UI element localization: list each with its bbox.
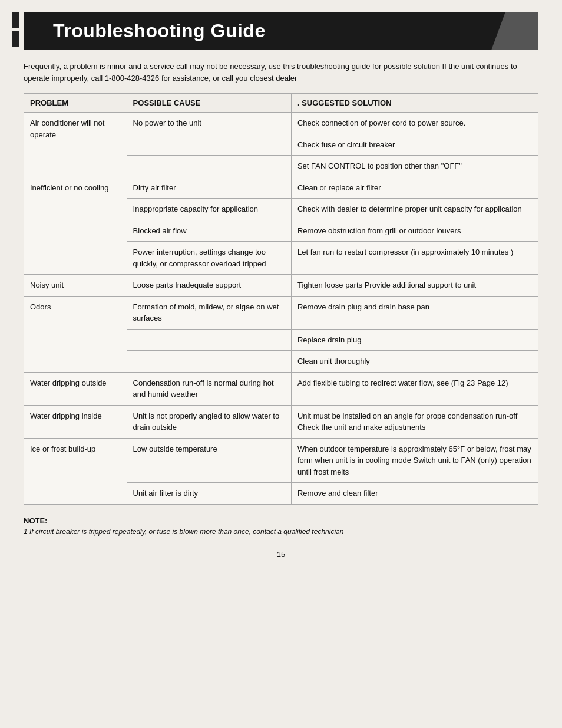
intro-text: Frequently, a problem is minor and a ser… bbox=[24, 61, 538, 84]
table-row: Ice or frost build-upLow outside tempera… bbox=[24, 438, 538, 483]
problem-cell: Noisy unit bbox=[24, 275, 127, 297]
table-row: Inefficient or no coolingDirty air filte… bbox=[24, 177, 538, 199]
problem-cell: Air conditioner will not operate bbox=[24, 113, 127, 177]
solution-cell: Let fan run to restart compressor (in ap… bbox=[291, 242, 538, 275]
table-row: Noisy unitLoose parts Inadequate support… bbox=[24, 275, 538, 297]
solution-cell: Clean unit thoroughly bbox=[291, 351, 538, 373]
troubleshooting-table: PROBLEM POSSIBLE CAUSE . SUGGESTED SOLUT… bbox=[24, 93, 538, 505]
cause-cell: Blocked air flow bbox=[127, 220, 291, 242]
cause-cell bbox=[127, 156, 291, 177]
cause-cell bbox=[127, 351, 291, 373]
solution-cell: Check with dealer to determine proper un… bbox=[291, 199, 538, 220]
problem-cell: Ice or frost build-up bbox=[24, 438, 127, 504]
cause-cell: Power interruption, settings change too … bbox=[127, 242, 291, 275]
bookmark bbox=[12, 12, 19, 47]
header-bar: Troubleshooting Guide bbox=[24, 12, 538, 50]
table-row: OdorsFormation of mold, mildew, or algae… bbox=[24, 296, 538, 329]
cause-cell bbox=[127, 329, 291, 351]
header-accent bbox=[491, 12, 538, 50]
solution-cell: Remove obstruction from grill or outdoor… bbox=[291, 220, 538, 242]
solution-cell: Clean or replace air filter bbox=[291, 177, 538, 199]
col-header-cause: POSSIBLE CAUSE bbox=[127, 94, 291, 113]
col-header-solution: . SUGGESTED SOLUTION bbox=[291, 94, 538, 113]
cause-cell: Inappropriate capacity for application bbox=[127, 199, 291, 220]
page-number: — 15 — bbox=[24, 550, 538, 559]
page-title: Troubleshooting Guide bbox=[53, 20, 524, 42]
problem-cell: Water dripping outside bbox=[24, 372, 127, 405]
bookmark-tab-2 bbox=[12, 31, 19, 47]
cause-cell: Formation of mold, mildew, or algae on w… bbox=[127, 296, 291, 329]
solution-cell: Remove drain plug and drain base pan bbox=[291, 296, 538, 329]
solution-cell: Check fuse or circuit breaker bbox=[291, 134, 538, 156]
solution-cell: Set FAN CONTROL to position other than "… bbox=[291, 156, 538, 177]
problem-cell: Odors bbox=[24, 296, 127, 372]
solution-cell: Remove and clean filter bbox=[291, 483, 538, 505]
solution-cell: Add flexible tubing to redirect water fl… bbox=[291, 372, 538, 405]
cause-cell: Dirty air filter bbox=[127, 177, 291, 199]
problem-cell: Inefficient or no cooling bbox=[24, 177, 127, 275]
problem-cell: Water dripping inside bbox=[24, 405, 127, 438]
solution-cell: Check connection of power cord to power … bbox=[291, 113, 538, 134]
cause-cell: Unit air filter is dirty bbox=[127, 483, 291, 505]
cause-cell: Condensation run-off is normal during ho… bbox=[127, 372, 291, 405]
col-header-problem: PROBLEM bbox=[24, 94, 127, 113]
solution-cell: Unit must be installed on an angle for p… bbox=[291, 405, 538, 438]
solution-cell: Replace drain plug bbox=[291, 329, 538, 351]
cause-cell: Loose parts Inadequate support bbox=[127, 275, 291, 297]
cause-cell: No power to the unit bbox=[127, 113, 291, 134]
table-header-row: PROBLEM POSSIBLE CAUSE . SUGGESTED SOLUT… bbox=[24, 94, 538, 113]
table-row: Water dripping insideUnit is not properl… bbox=[24, 405, 538, 438]
note-section: NOTE: 1 If circuit breaker is tripped re… bbox=[24, 516, 538, 536]
bookmark-tab-1 bbox=[12, 12, 19, 28]
table-row: Air conditioner will not operateNo power… bbox=[24, 113, 538, 134]
table-row: Water dripping outsideCondensation run-o… bbox=[24, 372, 538, 405]
cause-cell bbox=[127, 134, 291, 156]
page: Troubleshooting Guide Frequently, a prob… bbox=[0, 0, 562, 728]
solution-cell: When outdoor temperature is approximatel… bbox=[291, 438, 538, 483]
note-title: NOTE: bbox=[24, 516, 538, 525]
note-text: 1 If circuit breaker is tripped repeated… bbox=[24, 528, 538, 536]
solution-cell: Tighten loose parts Provide additional s… bbox=[291, 275, 538, 297]
cause-cell: Low outside temperature bbox=[127, 438, 291, 483]
cause-cell: Unit is not properly angled to allow wat… bbox=[127, 405, 291, 438]
